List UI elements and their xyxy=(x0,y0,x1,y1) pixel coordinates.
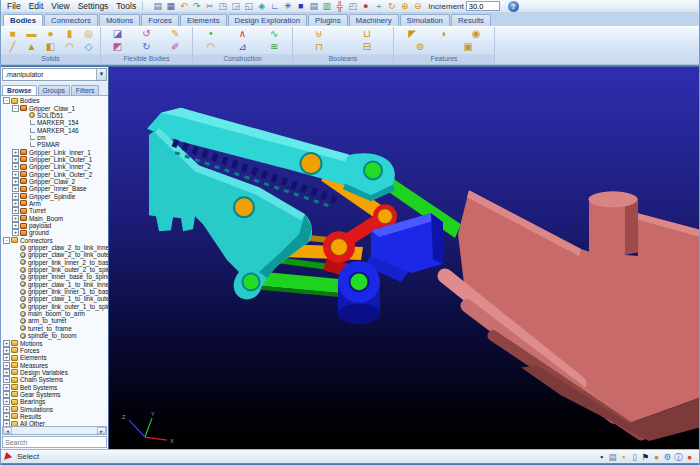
ribbon-tab-design-exploration[interactable]: Design Exploration xyxy=(228,14,307,26)
menu-edit[interactable]: Edit xyxy=(25,1,48,11)
tree-item[interactable]: +Results xyxy=(1,413,108,420)
window-icon[interactable]: ▪ xyxy=(596,451,607,463)
tree-expander[interactable]: + xyxy=(3,369,10,376)
boolean-intersect-icon[interactable]: ⊓ xyxy=(302,41,336,53)
tree-expander[interactable]: + xyxy=(12,178,19,185)
frustum-icon[interactable]: ▲ xyxy=(23,41,40,53)
ribbon-tab-bodies[interactable]: Bodies xyxy=(3,14,43,26)
box-icon[interactable]: ■ xyxy=(4,28,21,40)
corner-axes-icon[interactable]: ∟ xyxy=(268,1,281,12)
scrollbar-track[interactable] xyxy=(12,427,97,434)
tree-item[interactable]: main_boom_to_arm xyxy=(1,310,108,317)
notes-icon[interactable]: ▪ xyxy=(618,451,629,463)
new-model-icon[interactable]: ▤ xyxy=(151,1,164,12)
tree-item[interactable]: PSMAR xyxy=(1,141,108,148)
fill-color-icon[interactable]: ■ xyxy=(294,1,307,12)
sphere-icon[interactable]: ● xyxy=(42,28,59,40)
info-icon[interactable]: ⓘ xyxy=(673,451,684,463)
point-icon[interactable]: • xyxy=(197,28,225,40)
ribbon-tab-results[interactable]: Results xyxy=(451,14,491,26)
tree-expander[interactable]: + xyxy=(12,193,19,200)
console-icon[interactable]: ▤ xyxy=(607,451,618,463)
tree-item[interactable]: gripper_link_inner_2_to_base xyxy=(1,259,108,266)
spline-icon[interactable]: ∿ xyxy=(260,28,288,40)
tree-item[interactable]: +Gripper_Claw_2 xyxy=(1,178,108,185)
tree-item[interactable]: gripper_inner_base_to_spindle xyxy=(1,273,108,280)
tree-item[interactable]: +Measures xyxy=(1,361,108,368)
tree-item[interactable]: SOLID51 xyxy=(1,112,108,119)
tree-expander[interactable]: - xyxy=(3,237,10,244)
link-icon[interactable]: ▬ xyxy=(23,28,40,40)
helix-icon[interactable]: ≋ xyxy=(260,41,288,53)
undo-icon[interactable]: ↶ xyxy=(177,1,190,12)
tree-item[interactable]: +Chain Systems xyxy=(1,376,108,383)
tree-expander[interactable]: - xyxy=(12,105,19,112)
layers-icon[interactable]: ▤ xyxy=(307,1,320,12)
tree-expander[interactable]: + xyxy=(12,222,19,229)
cut-icon[interactable]: ✂ xyxy=(203,1,216,12)
scroll-left-icon[interactable]: ◂ xyxy=(3,427,12,434)
tree-item[interactable]: +payload xyxy=(1,222,108,229)
center-view-icon[interactable]: ╬ xyxy=(333,1,346,12)
boolean-merge-icon[interactable]: ⊔ xyxy=(350,28,384,40)
tree-item[interactable]: gripper_link_outer_2_to_spindle xyxy=(1,266,108,273)
view-iso-icon[interactable]: ◲ xyxy=(229,1,242,12)
zoom-out-icon[interactable]: ⊖ xyxy=(411,1,424,12)
rotate-icon[interactable]: ↻ xyxy=(385,1,398,12)
tree-item[interactable]: +Elements xyxy=(1,354,108,361)
fe-part-icon[interactable]: ◩ xyxy=(105,41,131,53)
chevron-down-icon[interactable]: ▼ xyxy=(96,69,106,80)
hole-icon[interactable]: ◉ xyxy=(462,28,490,40)
triad-icon[interactable]: ⊿ xyxy=(228,41,256,53)
search-input[interactable] xyxy=(2,436,107,448)
tree-item[interactable]: MARKER_154 xyxy=(1,119,108,126)
model-selector-dropdown[interactable]: .manipulator ▼ xyxy=(2,68,107,81)
tree-item[interactable]: +Turret xyxy=(1,207,108,214)
tree-item[interactable]: +Gripper_Spindle xyxy=(1,192,108,199)
tree-expander[interactable]: + xyxy=(12,185,19,192)
tree-horizontal-scrollbar[interactable]: ◂ ▸ xyxy=(2,426,107,435)
tree-item[interactable]: -Connectors xyxy=(1,237,108,244)
tree-item[interactable]: +Gripper_Link_Outer_2 xyxy=(1,170,108,177)
tree-item[interactable]: cm xyxy=(1,134,108,141)
sphere-icon[interactable]: ● xyxy=(651,451,662,463)
arc-icon[interactable]: ◠ xyxy=(197,41,225,53)
tree-expander[interactable]: + xyxy=(3,391,10,398)
tree-item[interactable]: +Belt Systems xyxy=(1,383,108,390)
ribbon-tab-plugins[interactable]: Plugins xyxy=(308,14,348,26)
tree-item[interactable]: arm_to_turret xyxy=(1,317,108,324)
hollow-icon[interactable]: ▣ xyxy=(454,41,482,53)
zoom-in-icon[interactable]: ⊕ xyxy=(398,1,411,12)
tree-item[interactable]: spindle_to_boom xyxy=(1,332,108,339)
tree-item[interactable]: -Bodies xyxy=(1,97,108,104)
tree-expander[interactable]: + xyxy=(12,149,19,156)
fillet-icon[interactable]: ◗ xyxy=(430,28,458,40)
cylinder-icon[interactable]: ▮ xyxy=(61,28,78,40)
tree-item[interactable]: gripper_claw_2_to_link_outer_2 xyxy=(1,251,108,258)
revolution-icon[interactable]: ◠ xyxy=(61,41,78,53)
boolean-union-icon[interactable]: ⊎ xyxy=(302,28,336,40)
tree-expander[interactable]: + xyxy=(3,384,10,391)
tree-item[interactable]: gripper_claw_2_to_link_inner_2 xyxy=(1,244,108,251)
browser-tab-browse[interactable]: Browse xyxy=(2,85,37,95)
tree-expander[interactable]: - xyxy=(3,97,10,104)
chamfer-icon[interactable]: ◤ xyxy=(398,28,426,40)
help-button[interactable]: ? xyxy=(508,1,519,12)
menu-tools[interactable]: Tools xyxy=(112,1,140,11)
rod-icon[interactable]: ╱ xyxy=(4,41,21,53)
polyline-icon[interactable]: ∧ xyxy=(228,28,256,40)
tree-expander[interactable]: + xyxy=(12,229,19,236)
view-front-icon[interactable]: ◳ xyxy=(216,1,229,12)
visibility-icon[interactable]: ▥ xyxy=(320,1,333,12)
view-top-icon[interactable]: ◱ xyxy=(242,1,255,12)
tree-expander[interactable]: + xyxy=(3,354,10,361)
ribbon-tab-elements[interactable]: Elements xyxy=(180,14,227,26)
tree-expander[interactable]: + xyxy=(3,347,10,354)
tree-item[interactable]: +Gear Systems xyxy=(1,391,108,398)
3d-viewport[interactable]: X Y Z xyxy=(109,67,700,449)
tree-expander[interactable]: + xyxy=(12,156,19,163)
ribbon-tab-connectors[interactable]: Connectors xyxy=(44,14,98,26)
menu-file[interactable]: File xyxy=(3,1,25,11)
menu-settings[interactable]: Settings xyxy=(74,1,113,11)
tree-expander[interactable]: + xyxy=(3,376,10,383)
